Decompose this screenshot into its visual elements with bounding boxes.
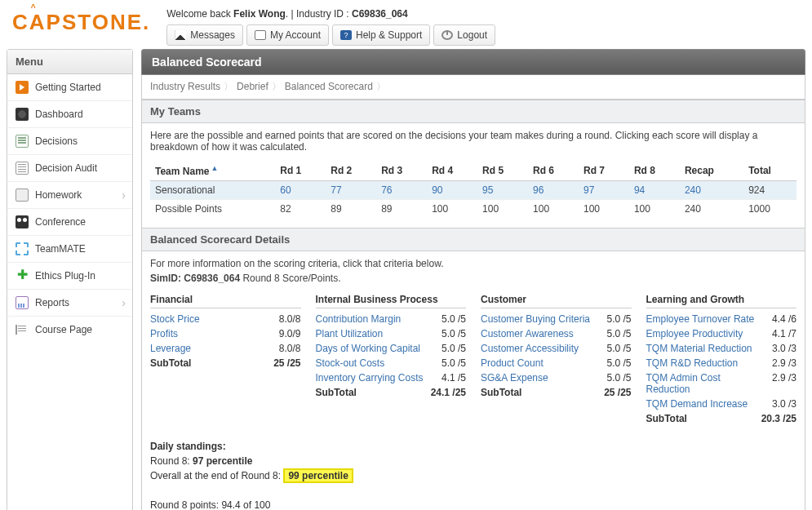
subtotal-label: SubTotal bbox=[150, 357, 268, 369]
score-cell[interactable]: 90 bbox=[427, 181, 477, 200]
breadcrumb-item[interactable]: Industry Results bbox=[150, 81, 220, 92]
teams-col-rd-5[interactable]: Rd 5 bbox=[477, 161, 528, 181]
team-name-cell: Possible Points bbox=[150, 200, 275, 219]
breadcrumb-separator: 〉 bbox=[272, 81, 282, 92]
criteria-link[interactable]: Customer Buying Criteria bbox=[481, 313, 601, 325]
sort-asc-icon: ▲ bbox=[211, 164, 218, 172]
score-cell[interactable]: 96 bbox=[528, 181, 579, 200]
criteria-row: SG&A Expense5.0 /5 bbox=[481, 370, 632, 385]
score-cell: 89 bbox=[376, 200, 427, 219]
criteria-row: Inventory Carrying Costs4.1 /5 bbox=[316, 370, 467, 385]
criteria-link[interactable]: Customer Accessibility bbox=[481, 343, 601, 354]
criteria-link[interactable]: TQM R&D Reduction bbox=[646, 357, 767, 369]
criteria-row: TQM Demand Increase3.0 /3 bbox=[646, 397, 797, 411]
sidebar-item-homework[interactable]: Homework bbox=[7, 182, 132, 209]
details-col-learning-and-growth: Learning and GrowthEmployee Turnover Rat… bbox=[646, 294, 797, 426]
sidebar-item-ethics-plug-in[interactable]: ✚Ethics Plug-In bbox=[7, 263, 132, 290]
criteria-link[interactable]: Customer Awareness bbox=[481, 328, 601, 339]
criteria-link[interactable]: Profits bbox=[150, 328, 274, 339]
criteria-row: Employee Turnover Rate4.4 /6 bbox=[646, 312, 797, 326]
sidebar-item-getting-started[interactable]: Getting Started bbox=[7, 74, 132, 101]
details-col-title: Learning and Growth bbox=[646, 294, 797, 308]
my-teams-intro: Here are the possible and earned points … bbox=[150, 130, 796, 153]
details-info: For more information on the scoring crit… bbox=[150, 258, 796, 269]
criteria-link[interactable]: Contribution Margin bbox=[316, 313, 437, 325]
criteria-value: 9.0/9 bbox=[274, 328, 301, 339]
criteria-row: Customer Accessibility5.0 /5 bbox=[481, 341, 632, 356]
teams-col-rd-1[interactable]: Rd 1 bbox=[275, 161, 326, 181]
criteria-link[interactable]: Employee Productivity bbox=[646, 328, 767, 339]
teams-col-recap[interactable]: Recap bbox=[680, 161, 743, 181]
criteria-row: Employee Productivity4.1 /7 bbox=[646, 326, 797, 341]
breadcrumb-item[interactable]: Balanced Scorecard bbox=[285, 81, 373, 92]
teams-col-rd-8[interactable]: Rd 8 bbox=[629, 161, 680, 181]
criteria-value: 5.0 /5 bbox=[601, 343, 631, 354]
sidebar-item-decision-audit[interactable]: Decision Audit bbox=[7, 155, 132, 182]
teams-col-total[interactable]: Total bbox=[743, 161, 796, 181]
score-cell[interactable]: 76 bbox=[376, 181, 427, 200]
logo[interactable]: CA^PSTONE. bbox=[8, 7, 166, 35]
score-cell[interactable]: 240 bbox=[680, 181, 743, 200]
teams-col-rd-3[interactable]: Rd 3 bbox=[376, 161, 427, 181]
criteria-value: 2.9 /3 bbox=[767, 357, 796, 369]
page-title: Balanced Scorecard bbox=[141, 49, 805, 75]
sidebar-item-course-page[interactable]: Course Page bbox=[7, 317, 132, 343]
criteria-link[interactable]: Product Count bbox=[481, 357, 601, 369]
score-cell: 100 bbox=[477, 200, 528, 219]
sidebar-item-conference[interactable]: Conference bbox=[7, 209, 132, 236]
criteria-link[interactable]: Employee Turnover Rate bbox=[646, 313, 767, 325]
details-col-financial: FinancialStock Price8.0/8Profits9.0/9Lev… bbox=[150, 294, 301, 426]
criteria-value: 3.0 /3 bbox=[767, 343, 796, 354]
messages-button[interactable]: Messages bbox=[166, 24, 243, 46]
my-account-button[interactable]: My Account bbox=[246, 24, 329, 46]
criteria-value: 5.0 /5 bbox=[601, 372, 631, 384]
criteria-link[interactable]: Plant Utilization bbox=[316, 328, 437, 339]
score-cell[interactable]: 60 bbox=[275, 181, 326, 200]
score-cell[interactable]: 94 bbox=[629, 181, 680, 200]
sidebar-item-label: Ethics Plug-In bbox=[35, 270, 95, 282]
teams-col-rd-7[interactable]: Rd 7 bbox=[579, 161, 629, 181]
sidebar-item-teammate[interactable]: TeamMATE bbox=[7, 236, 132, 263]
score-cell[interactable]: 97 bbox=[579, 181, 629, 200]
sidebar-item-label: Decision Audit bbox=[35, 162, 97, 174]
criteria-link[interactable]: Stock Price bbox=[150, 313, 274, 325]
teams-col-rd-6[interactable]: Rd 6 bbox=[528, 161, 579, 181]
criteria-row: Days of Working Capital5.0 /5 bbox=[316, 341, 467, 356]
criteria-link[interactable]: Leverage bbox=[150, 343, 274, 354]
criteria-value: 5.0 /5 bbox=[601, 313, 631, 325]
criteria-value: 5.0 /5 bbox=[437, 343, 466, 354]
criteria-link[interactable]: Inventory Carrying Costs bbox=[316, 372, 437, 384]
teams-col-rd-2[interactable]: Rd 2 bbox=[326, 161, 376, 181]
criteria-row: Leverage8.0/8 bbox=[150, 341, 301, 356]
subtotal-label: SubTotal bbox=[481, 387, 599, 398]
subtotal-value: 24.1 /25 bbox=[426, 387, 466, 398]
subtotal-value: 25 /25 bbox=[599, 387, 631, 398]
logout-button[interactable]: Logout bbox=[433, 24, 495, 46]
table-row: Possible Points8289891001001001001002401… bbox=[150, 200, 796, 219]
account-icon bbox=[255, 30, 266, 40]
help-button[interactable]: ?Help & Support bbox=[332, 24, 430, 46]
teams-col-team-name[interactable]: Team Name▲ bbox=[150, 161, 275, 181]
criteria-row: Stock-out Costs5.0 /5 bbox=[316, 356, 467, 370]
criteria-value: 4.1 /7 bbox=[767, 328, 796, 339]
subtotal-value: 20.3 /25 bbox=[757, 413, 796, 424]
criteria-link[interactable]: Stock-out Costs bbox=[316, 357, 437, 369]
score-cell[interactable]: 77 bbox=[326, 181, 376, 200]
sidebar-item-dashboard[interactable]: Dashboard bbox=[7, 101, 132, 128]
criteria-link[interactable]: TQM Admin Cost Reduction bbox=[646, 372, 767, 395]
sidebar-item-label: Decisions bbox=[35, 135, 78, 147]
sidebar-item-decisions[interactable]: Decisions bbox=[7, 128, 132, 155]
sidebar-item-label: Getting Started bbox=[35, 82, 101, 93]
subtotal-row: SubTotal25 /25 bbox=[150, 356, 301, 370]
sidebar-item-reports[interactable]: Reports bbox=[7, 290, 132, 317]
breadcrumb-item[interactable]: Debrief bbox=[237, 81, 268, 92]
criteria-link[interactable]: TQM Material Reduction bbox=[646, 343, 767, 354]
criteria-row: Contribution Margin5.0 /5 bbox=[316, 312, 467, 326]
score-cell[interactable]: 95 bbox=[477, 181, 528, 200]
teams-col-rd-4[interactable]: Rd 4 bbox=[427, 161, 477, 181]
score-cell: 240 bbox=[680, 200, 743, 219]
breadcrumb-separator: 〉 bbox=[224, 81, 233, 92]
criteria-link[interactable]: Days of Working Capital bbox=[316, 343, 437, 354]
criteria-link[interactable]: SG&A Expense bbox=[481, 372, 601, 384]
criteria-link[interactable]: TQM Demand Increase bbox=[646, 398, 767, 410]
